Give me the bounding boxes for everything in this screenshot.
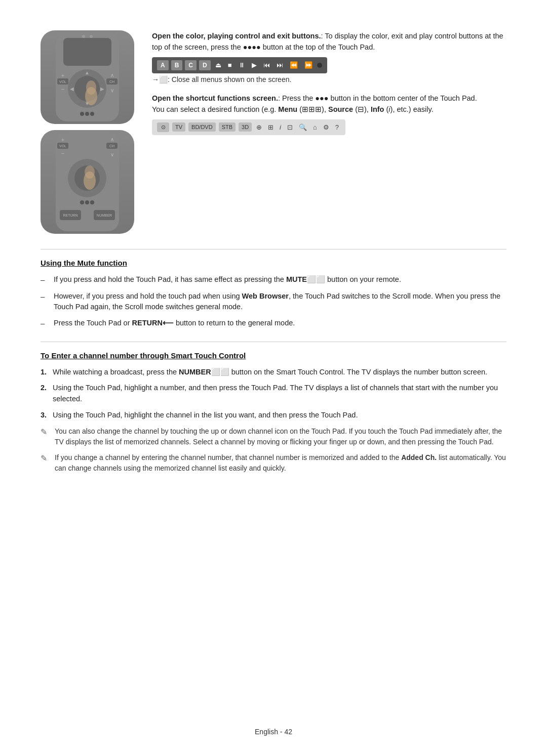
svg-text:CH: CH: [109, 80, 114, 83]
channel-note-2-text: If you change a channel by entering the …: [55, 452, 506, 474]
mute-heading: Using the Mute function: [41, 259, 506, 267]
svg-text:∧: ∧: [110, 137, 114, 142]
svg-text:+: +: [61, 72, 64, 78]
channel-section: To Enter a channel number through Smart …: [41, 351, 506, 474]
shortcut-stb: STB: [219, 122, 236, 132]
page-number: English - 42: [255, 728, 292, 736]
channel-steps: 1. While watching a broadcast, press the…: [41, 367, 506, 421]
svg-text:CH: CH: [109, 144, 114, 148]
btn-a: A: [157, 60, 169, 70]
shortcut-bd: BD/DVD: [188, 122, 216, 132]
svg-text:▶: ▶: [100, 86, 104, 92]
dash-1: –: [41, 274, 51, 286]
mute-bullet-3-text: Press the Touch Pad or RETURN⟵ button to…: [54, 318, 295, 329]
channel-step-3: 3. Using the Touch Pad, highlight the ch…: [41, 410, 506, 421]
shortcut-tv: TV: [172, 122, 185, 132]
top-section: ▲ ▼ ◀ ▶ VOL CH + − ∧ ∨: [41, 30, 506, 234]
mute-bullet-3: – Press the Touch Pad or RETURN⟵ button …: [41, 318, 506, 329]
svg-point-18: [80, 112, 84, 116]
svg-point-2: [82, 35, 85, 38]
svg-point-35: [85, 165, 95, 179]
step-num-1: 1.: [41, 367, 53, 378]
channel-heading: To Enter a channel number through Smart …: [41, 351, 506, 360]
svg-point-38: [90, 200, 94, 204]
svg-text:−: −: [61, 86, 64, 92]
shortcut-search: 🔍: [297, 122, 308, 132]
divider-2: [41, 342, 506, 342]
remote-svg-top: ▲ ▼ ◀ ▶ VOL CH + − ∧ ∨: [41, 30, 134, 124]
shortcut-text: Open the shortcut functions screen.: Pre…: [152, 93, 506, 104]
svg-text:∧: ∧: [110, 72, 114, 78]
svg-point-36: [80, 200, 84, 204]
btn-d: D: [199, 60, 211, 70]
note-icon-2: ✎: [41, 452, 55, 474]
btn-play: ▶: [250, 60, 259, 70]
step-1-text: While watching a broadcast, press the NU…: [53, 367, 487, 378]
shortcut-home: ⊙: [157, 122, 169, 132]
svg-text:+: +: [61, 137, 64, 143]
shortcut-bold: Open the shortcut functions screen.: [152, 94, 278, 102]
step-num-3: 3.: [41, 410, 53, 421]
btn-next: ⏭: [275, 60, 285, 70]
color-buttons-text: Open the color, playing control and exit…: [152, 30, 506, 53]
playback-button-bar: A B C D ⏏ ■ ⏸ ▶ ⏮ ⏭ ⏪ ⏩: [152, 57, 327, 73]
mute-bullet-2-text: However, if you press and hold the touch…: [54, 291, 506, 313]
page: ▲ ▼ ◀ ▶ VOL CH + − ∧ ∨: [0, 0, 547, 756]
channel-step-1: 1. While watching a broadcast, press the…: [41, 367, 506, 378]
svg-point-19: [85, 112, 89, 116]
svg-text:VOL: VOL: [59, 80, 66, 83]
channel-note-1: ✎ You can also change the channel by tou…: [41, 426, 506, 447]
shortcut-body: You can select a desired function (e.g. …: [152, 104, 506, 115]
svg-text:NUMBER: NUMBER: [97, 214, 112, 217]
mute-bullet-1-text: If you press and hold the Touch Pad, it …: [54, 274, 401, 286]
mute-bullet-2: – However, if you press and hold the tou…: [41, 291, 506, 313]
shortcut-3d: 3D: [239, 122, 252, 132]
step-num-2: 2.: [41, 383, 53, 405]
remote-svg-bottom: VOL CH + − ∧ ∨: [41, 130, 134, 234]
btn-exit: ⏏: [213, 60, 223, 70]
btn-b: B: [171, 60, 183, 70]
svg-text:RETURN: RETURN: [63, 214, 77, 217]
btn-fwd: ⏩: [302, 60, 315, 70]
svg-text:▲: ▲: [85, 70, 90, 75]
btn-rew: ⏪: [288, 60, 300, 70]
svg-rect-1: [63, 38, 111, 66]
shortcut-ccicon: ⊡: [286, 122, 294, 132]
mute-section: Using the Mute function – If you press a…: [41, 259, 506, 329]
remote-image-top: ▲ ▼ ◀ ▶ VOL CH + − ∧ ∨: [41, 30, 134, 124]
dash-2: –: [41, 291, 51, 313]
btn-dot: [317, 63, 322, 68]
mute-bullets: – If you press and hold the Touch Pad, i…: [41, 274, 506, 329]
channel-step-2: 2. Using the Touch Pad, highlight a numb…: [41, 383, 506, 405]
step-2-text: Using the Touch Pad, highlight a number,…: [53, 383, 506, 405]
svg-point-20: [90, 112, 94, 116]
svg-text:VOL: VOL: [59, 144, 66, 148]
btn-stop: ■: [226, 60, 234, 70]
svg-point-22: [86, 80, 96, 95]
step-3-text: Using the Touch Pad, highlight the chann…: [53, 410, 358, 421]
btn-c: C: [185, 60, 197, 70]
close-menus-text: →⬜: Close all menus shown on the screen.: [152, 75, 506, 83]
content-column: Open the color, playing control and exit…: [152, 30, 506, 234]
shortcut-section: Open the shortcut functions screen.: Pre…: [152, 93, 506, 137]
shortcut-icon2: ⊞: [266, 122, 275, 132]
shortcut-i: i: [278, 122, 283, 132]
mute-bullet-1: – If you press and hold the Touch Pad, i…: [41, 274, 506, 286]
remote-image-bottom: VOL CH + − ∧ ∨: [41, 130, 134, 234]
shortcut-gear: ⚙: [322, 122, 331, 132]
shortcut-question: ?: [334, 122, 340, 132]
svg-text:−: −: [61, 150, 64, 156]
remotes-column: ▲ ▼ ◀ ▶ VOL CH + − ∧ ∨: [41, 30, 137, 234]
dash-3: –: [41, 318, 51, 329]
divider-1: [41, 249, 506, 249]
svg-point-3: [90, 35, 93, 38]
color-buttons-bold: Open the color, playing control and exit…: [152, 32, 321, 40]
btn-pause: ⏸: [237, 60, 247, 70]
svg-text:∨: ∨: [110, 152, 114, 157]
shortcut-icon1: ⊕: [255, 122, 263, 132]
svg-point-37: [85, 200, 89, 204]
note-icon-1: ✎: [41, 426, 55, 447]
channel-note-2: ✎ If you change a channel by entering th…: [41, 452, 506, 474]
svg-text:∨: ∨: [110, 88, 114, 93]
color-buttons-section: Open the color, playing control and exit…: [152, 30, 506, 83]
